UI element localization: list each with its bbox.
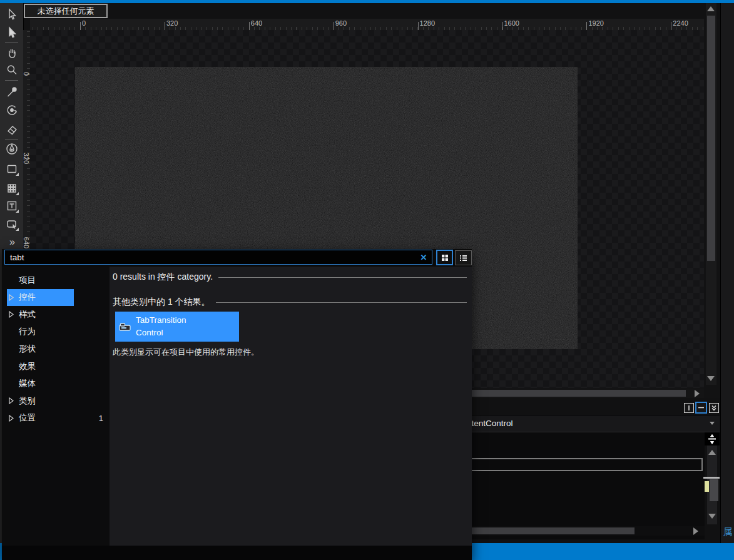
category-label: 样式 [19,309,36,320]
ruler-major-tick [80,22,81,30]
expander-triangle-icon[interactable] [9,397,14,404]
selection-status-label: 未选择任何元素 [38,6,94,17]
category-label: 媒体 [19,378,36,389]
scrollbar-marker-line [703,477,720,479]
category-item-位置[interactable]: 位置1 [2,410,110,427]
magnifier-icon [5,63,19,77]
eyedropper-tool[interactable] [4,84,19,99]
grid-view-button[interactable] [436,250,453,265]
category-item-类别[interactable]: 类别 [2,392,110,409]
scroll-down-arrow-icon[interactable] [707,376,715,381]
category-label: 行为 [19,326,36,337]
ruler-label: 320 [23,153,30,164]
splitter-handle[interactable] [705,432,720,445]
right-panel-strip: 属 [720,3,734,543]
eraser-icon [5,123,19,136]
tab-control-icon [119,323,131,331]
list-view-button[interactable] [455,250,472,265]
category-item-媒体[interactable]: 媒体 [2,375,110,392]
scroll-up-arrow-icon[interactable] [707,6,715,11]
results-in-category-header: 0 results in 控件 category. [113,272,467,283]
combobox-value: ntentControl [467,419,513,428]
category-item-效果[interactable]: 效果 [2,358,110,375]
expander-triangle-icon[interactable] [9,294,14,301]
asset-result-item[interactable]: TabTransition Control [115,312,239,342]
eraser-tool[interactable] [4,122,19,137]
ruler-label: 640 [23,237,30,248]
scroll-down-arrow-icon[interactable] [708,514,716,519]
pen-nib-icon [5,142,19,156]
header-rule [218,277,467,278]
double-chevron-down-icon [711,405,717,412]
ruler-label: 0 [82,19,86,27]
assets-search-row: tabt ✕ [2,249,472,267]
collapse-pane-button[interactable] [709,403,719,413]
category-item-项目[interactable]: 项目 [2,272,110,288]
zoom-tool[interactable] [4,63,19,78]
split-vertical-button[interactable] [684,403,694,413]
grid-icon [5,181,19,195]
rectangle-tool[interactable] [4,161,19,176]
search-input[interactable]: tabt [5,253,415,262]
direct-selection-tool[interactable] [4,25,19,40]
ruler-label: 1280 [420,19,435,27]
properties-tab[interactable]: 属 [721,526,734,538]
application-window: 未选择任何元素 [0,0,734,560]
toolbar-separator [5,42,18,43]
category-item-样式[interactable]: 样式 [2,306,110,323]
assets-search-box[interactable]: tabt ✕ [4,250,432,265]
more-tools-button[interactable]: » [4,235,19,250]
selection-tool[interactable] [4,7,19,22]
design-vertical-scrollbar[interactable] [706,3,716,385]
toolbar-separator [5,80,18,81]
category-item-行为[interactable]: 行为 [2,323,110,340]
scroll-right-arrow-icon[interactable] [693,527,698,535]
horizontal-split-icon [698,404,705,411]
assets-popup-body: 项目控件样式行为形状效果媒体类别位置1 0 results in 控件 cate… [2,267,472,546]
selection-arrow-icon [5,8,19,21]
scroll-up-arrow-icon[interactable] [708,450,716,455]
camera-orbit-tool[interactable] [4,103,19,118]
direct-selection-arrow-icon [5,26,19,39]
category-item-控件[interactable]: 控件 [2,289,110,306]
breadcrumb-bar [23,3,720,19]
ruler-major-tick [586,22,587,30]
ruler-major-tick [418,22,419,30]
scrollbar-thumb[interactable] [710,479,718,501]
text-icon [5,199,19,213]
grid-layout-tool[interactable] [4,181,19,196]
pen-tool[interactable] [4,141,19,156]
assets-popup: tabt ✕ 项目控件样式行为形状效果媒体类别位置1 [2,249,472,560]
ruler-label: 2240 [673,19,688,27]
horizontal-ruler: 03206409601280160019202240 [30,19,704,30]
ruler-label: 1920 [588,19,603,27]
list-view-icon [459,255,467,262]
eyedropper-icon [5,84,19,98]
pan-tool[interactable] [4,45,19,60]
control-tool[interactable] [4,216,19,232]
toolbar-separator [5,139,18,140]
hand-icon [5,46,19,59]
clear-search-icon[interactable]: ✕ [415,253,432,262]
expander-triangle-icon[interactable] [9,311,14,318]
category-item-形状[interactable]: 形状 [2,340,110,357]
header-rule [216,302,467,303]
combobox-dropdown-icon[interactable] [710,422,715,425]
ruler-label: 640 [251,19,262,27]
asset-results-pane: 0 results in 控件 category. 其他类别中的 1 个结果。 … [110,267,472,546]
expander-triangle-icon[interactable] [9,415,14,422]
chevrons-right-icon: » [9,237,14,248]
ruler-label: 0 [23,72,30,76]
ruler-major-tick [165,22,165,30]
category-selection-highlight [7,289,74,306]
assets-popup-footer [2,546,472,560]
scroll-right-arrow-icon[interactable] [695,390,700,397]
asset-categories-list: 项目控件样式行为形状效果媒体类别位置1 [2,267,110,546]
grid-view-icon [441,254,449,262]
ruler-major-tick [249,22,250,30]
ruler-major-tick [334,22,334,30]
split-horizontal-button[interactable] [695,402,707,414]
text-tool[interactable] [4,198,19,213]
ruler-label: 320 [166,19,178,27]
scrollbar-thumb[interactable] [707,16,715,261]
